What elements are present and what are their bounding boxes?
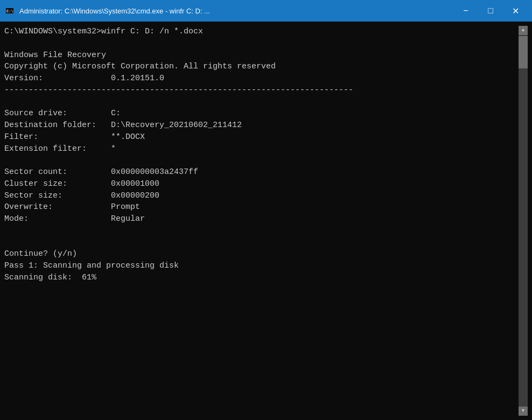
console-line bbox=[4, 237, 519, 249]
console-line: Extension filter: * bbox=[4, 143, 519, 155]
console-line: Scanning disk: 61% bbox=[4, 272, 519, 284]
console-content: C:\WINDOWS\system32>winfr C: D: /n *.doc… bbox=[4, 26, 519, 416]
console-line: Source drive: C: bbox=[4, 108, 519, 120]
console-line: Continue? (y/n) bbox=[4, 248, 519, 260]
console-line: Copyright (c) Microsoft Corporation. All… bbox=[4, 61, 519, 73]
cmd-icon: C:\ bbox=[4, 5, 15, 16]
console-line: ----------------------------------------… bbox=[4, 85, 519, 96]
svg-text:C:\: C:\ bbox=[6, 9, 13, 13]
console-line: Sector count: 0x000000003a2437ff bbox=[4, 166, 519, 178]
minimize-button[interactable]: − bbox=[453, 0, 478, 22]
console-line: Mode: Regular bbox=[4, 213, 519, 225]
console-line: Version: 0.1.20151.0 bbox=[4, 73, 519, 85]
console-line bbox=[4, 155, 519, 166]
scrollbar-track: ▲ ▼ bbox=[519, 26, 528, 416]
console-line: Windows File Recovery bbox=[4, 50, 519, 61]
console-line: Pass 1: Scanning and processing disk bbox=[4, 260, 519, 272]
maximize-button[interactable]: □ bbox=[478, 0, 503, 22]
console-line bbox=[4, 225, 519, 237]
console-area: C:\WINDOWS\system32>winfr C: D: /n *.doc… bbox=[0, 22, 532, 420]
title-bar-left: C:\ Administrator: C:\Windows\System32\c… bbox=[4, 5, 210, 16]
console-line: Destination folder: D:\Recovery_20210602… bbox=[4, 120, 519, 131]
console-line: Filter: **.DOCX bbox=[4, 131, 519, 143]
title-bar: C:\ Administrator: C:\Windows\System32\c… bbox=[0, 0, 532, 22]
scrollbar-thumb[interactable] bbox=[519, 36, 528, 68]
console-line: C:\WINDOWS\system32>winfr C: D: /n *.doc… bbox=[4, 26, 519, 38]
title-bar-controls: − □ ✕ bbox=[453, 0, 528, 22]
console-line: Cluster size: 0x00001000 bbox=[4, 178, 519, 190]
cmd-window: C:\ Administrator: C:\Windows\System32\c… bbox=[0, 0, 532, 420]
console-line bbox=[4, 96, 519, 108]
console-line bbox=[4, 38, 519, 50]
console-line: Overwrite: Prompt bbox=[4, 201, 519, 213]
close-button[interactable]: ✕ bbox=[503, 0, 528, 22]
scroll-up-button[interactable]: ▲ bbox=[519, 26, 528, 35]
scroll-down-button[interactable]: ▼ bbox=[519, 407, 528, 416]
console-line: Sector size: 0x00000200 bbox=[4, 190, 519, 202]
title-bar-text: Administrator: C:\Windows\System32\cmd.e… bbox=[19, 7, 210, 15]
